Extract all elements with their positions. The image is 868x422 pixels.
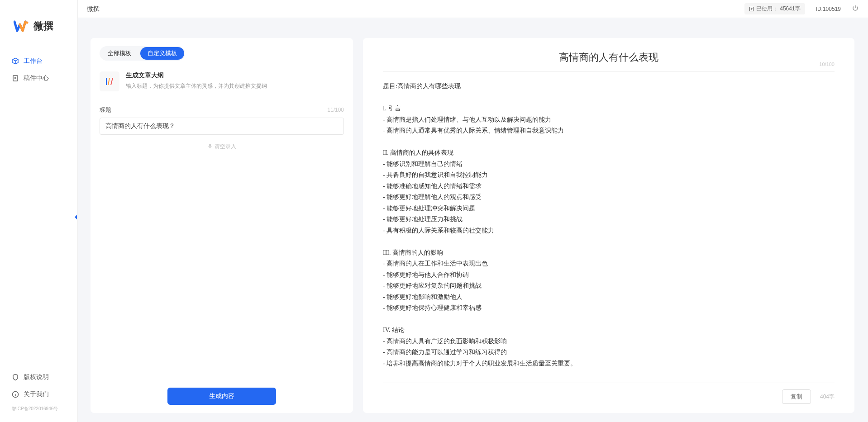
power-icon[interactable] (852, 5, 859, 14)
template-info: 生成文章大纲 输入标题，为你提供文章主体的灵感，并为其创建推文提纲 (126, 71, 344, 91)
template-tabs: 全部模板 自定义模板 (100, 46, 185, 61)
title-label: 标题 (100, 106, 111, 114)
shield-icon (12, 374, 19, 381)
template-name: 生成文章大纲 (126, 71, 344, 80)
sidebar: 微撰 工作台 稿件中心 (0, 0, 78, 422)
document-icon (12, 75, 19, 82)
output-word-count: 404字 (820, 393, 835, 401)
nav-workspace[interactable]: 工作台 (0, 52, 77, 70)
title-char-count: 11/100 (327, 107, 344, 113)
text-icon (749, 6, 754, 12)
template-card[interactable]: 生成文章大纲 输入标题，为你提供文章主体的灵感，并为其创建推文提纲 (100, 70, 344, 93)
svg-rect-1 (13, 76, 18, 81)
user-id: ID:100519 (816, 6, 841, 12)
header-right: 已使用： 45641字 ID:100519 (744, 3, 859, 14)
icp-text: 鄂ICP备2022016946号 (0, 403, 77, 415)
svg-rect-4 (210, 144, 211, 147)
usage-value: 45641字 (780, 5, 800, 13)
svg-point-0 (26, 22, 29, 24)
voice-input[interactable]: 请空录入 (100, 143, 344, 151)
cube-icon (12, 57, 19, 65)
nav-copyright[interactable]: 版权说明 (0, 369, 77, 386)
logo[interactable]: 微撰 (0, 0, 77, 52)
output-title-count: 10/100 (819, 62, 835, 67)
nav-label: 工作台 (24, 57, 43, 65)
output-title[interactable]: 高情商的人有什么表现 (383, 51, 835, 64)
logo-text: 微撰 (33, 19, 53, 33)
main-area: 全部模板 自定义模板 生成文章大纲 输入标题，为你提供文章主体的灵感，并为其创建… (78, 18, 868, 422)
info-icon (12, 391, 19, 398)
output-content[interactable]: 题目:高情商的人有哪些表现 I. 引言 - 高情商是指人们处理情绪、与他人互动以… (383, 72, 835, 383)
tab-all-templates[interactable]: 全部模板 (100, 47, 138, 60)
title-form: 标题 11/100 请空录入 (100, 106, 344, 151)
nav-list: 工作台 稿件中心 (0, 52, 77, 369)
copy-button[interactable]: 复制 (782, 389, 811, 404)
nav-label: 稿件中心 (24, 74, 49, 82)
nav-drafts[interactable]: 稿件中心 (0, 70, 77, 87)
logo-icon (14, 18, 30, 34)
template-icon (100, 71, 119, 91)
output-title-row: 高情商的人有什么表现 10/100 (383, 51, 835, 72)
nav-label: 版权说明 (24, 373, 49, 381)
microphone-icon (207, 143, 213, 150)
right-panel: 高情商的人有什么表现 10/100 题目:高情商的人有哪些表现 I. 引言 - … (363, 38, 854, 413)
usage-label: 已使用： (756, 5, 778, 13)
nav-about[interactable]: 关于我们 (0, 386, 77, 403)
template-desc: 输入标题，为你提供文章主体的灵感，并为其创建推文提纲 (126, 82, 344, 90)
tab-custom-templates[interactable]: 自定义模板 (140, 47, 184, 60)
title-input[interactable] (100, 118, 344, 135)
generate-button[interactable]: 生成内容 (167, 388, 276, 405)
sidebar-collapse-handle[interactable] (72, 212, 79, 223)
left-panel: 全部模板 自定义模板 生成文章大纲 输入标题，为你提供文章主体的灵感，并为其创建… (91, 38, 353, 413)
left-panel-footer: 生成内容 (100, 379, 344, 405)
usage-badge[interactable]: 已使用： 45641字 (744, 3, 805, 14)
bottom-nav: 版权说明 关于我们 鄂ICP备2022016946号 (0, 369, 77, 422)
voice-label: 请空录入 (215, 143, 236, 151)
right-panel-footer: 复制 404字 (383, 383, 835, 404)
page-title: 微撰 (87, 5, 100, 13)
nav-label: 关于我们 (24, 390, 49, 398)
top-header: 微撰 已使用： 45641字 ID:100519 (78, 0, 868, 18)
